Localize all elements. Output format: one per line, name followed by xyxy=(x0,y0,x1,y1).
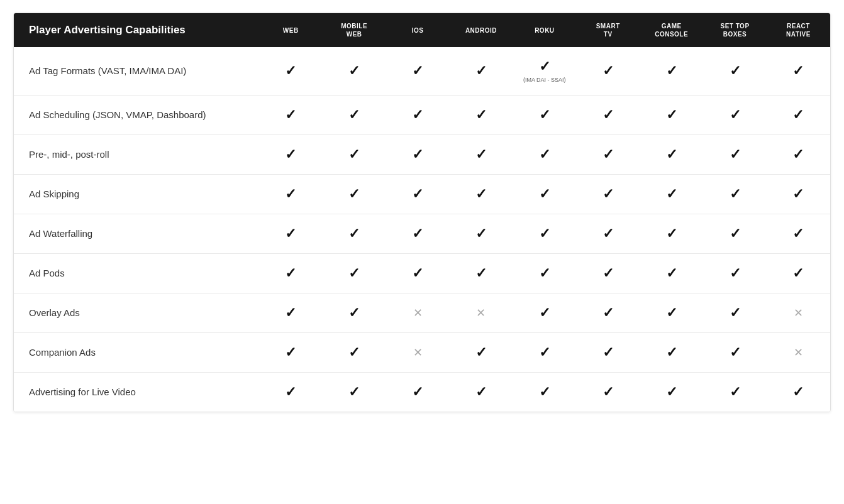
check-icon: ✓ xyxy=(348,63,360,79)
check-icon: ✓ xyxy=(539,146,550,163)
cell-set_top_boxes: ✓ xyxy=(703,332,767,372)
capabilities-table-wrapper: Player Advertising Capabilities WEB MOBI… xyxy=(13,13,831,412)
cross-icon: ✕ xyxy=(794,346,803,359)
cell-web: ✓ xyxy=(259,134,323,174)
cell-ios: ✕ xyxy=(386,332,450,372)
check-icon: ✓ xyxy=(792,146,804,163)
table-header-row: Player Advertising Capabilities WEB MOBI… xyxy=(14,13,830,47)
cell-web: ✓ xyxy=(259,332,323,372)
cell-note: (IMA DAI - SSAI) xyxy=(523,77,566,84)
cell-mobile_web: ✓ xyxy=(323,293,386,332)
cell-set_top_boxes: ✓ xyxy=(703,134,767,174)
table-row: Pre-, mid-, post-roll✓✓✓✓✓✓✓✓✓ xyxy=(14,134,830,174)
cell-mobile_web: ✓ xyxy=(323,134,386,174)
cell-react_native: ✓ xyxy=(767,214,830,253)
cell-ios: ✓ xyxy=(386,95,450,134)
check-icon: ✓ xyxy=(602,107,614,123)
check-icon: ✓ xyxy=(666,186,677,202)
feature-name-cell: Ad Scheduling (JSON, VMAP, Dashboard) xyxy=(14,95,259,134)
check-icon: ✓ xyxy=(348,265,360,282)
check-icon: ✓ xyxy=(602,63,614,79)
cell-smart_tv: ✓ xyxy=(576,95,640,134)
check-icon: ✓ xyxy=(412,63,423,79)
check-icon: ✓ xyxy=(602,265,614,282)
cell-ios: ✓ xyxy=(386,134,450,174)
cell-smart_tv: ✓ xyxy=(576,293,640,332)
check-icon: ✓ xyxy=(475,63,487,79)
cell-react_native: ✓ xyxy=(767,372,830,412)
cell-smart_tv: ✓ xyxy=(576,214,640,253)
cell-mobile_web: ✓ xyxy=(323,174,386,214)
cell-android: ✓ xyxy=(450,253,513,293)
cell-web: ✓ xyxy=(259,95,323,134)
cell-react_native: ✓ xyxy=(767,253,830,293)
feature-col-header: Player Advertising Capabilities xyxy=(14,13,259,47)
table-row: Ad Skipping✓✓✓✓✓✓✓✓✓ xyxy=(14,174,830,214)
check-icon: ✓ xyxy=(475,107,487,123)
check-icon: ✓ xyxy=(730,344,741,361)
cell-smart_tv: ✓ xyxy=(576,253,640,293)
cell-game_console: ✓ xyxy=(640,214,703,253)
table-row: Ad Pods✓✓✓✓✓✓✓✓✓ xyxy=(14,253,830,293)
check-icon: ✓ xyxy=(539,107,550,123)
check-icon: ✓ xyxy=(348,107,360,123)
table-row: Advertising for Live Video✓✓✓✓✓✓✓✓✓ xyxy=(14,372,830,412)
feature-name-cell: Advertising for Live Video xyxy=(14,372,259,412)
feature-name-cell: Ad Tag Formats (VAST, IMA/IMA DAI) xyxy=(14,47,259,95)
cell-ios: ✓ xyxy=(386,214,450,253)
cell-roku: ✓ xyxy=(513,214,576,253)
check-icon: ✓ xyxy=(348,344,360,361)
check-icon: ✓ xyxy=(792,384,804,400)
check-icon: ✓ xyxy=(666,146,677,163)
feature-name-cell: Overlay Ads xyxy=(14,293,259,332)
cell-android: ✕ xyxy=(450,293,513,332)
check-icon: ✓ xyxy=(285,146,296,163)
cell-game_console: ✓ xyxy=(640,253,703,293)
cell-smart_tv: ✓ xyxy=(576,134,640,174)
cell-mobile_web: ✓ xyxy=(323,253,386,293)
col-header-android: ANDROID xyxy=(450,13,513,47)
check-icon: ✓ xyxy=(666,305,677,321)
table-row: Overlay Ads✓✓✕✕✓✓✓✓✕ xyxy=(14,293,830,332)
cell-android: ✓ xyxy=(450,95,513,134)
check-icon: ✓ xyxy=(475,384,487,400)
cell-roku: ✓ xyxy=(513,372,576,412)
cell-mobile_web: ✓ xyxy=(323,214,386,253)
cell-set_top_boxes: ✓ xyxy=(703,214,767,253)
check-icon: ✓ xyxy=(666,344,677,361)
cell-set_top_boxes: ✓ xyxy=(703,293,767,332)
cell-game_console: ✓ xyxy=(640,332,703,372)
check-icon: ✓ xyxy=(792,186,804,202)
check-icon: ✓ xyxy=(730,265,741,282)
cell-set_top_boxes: ✓ xyxy=(703,95,767,134)
cell-react_native: ✓ xyxy=(767,47,830,95)
check-icon: ✓ xyxy=(285,265,296,282)
cell-set_top_boxes: ✓ xyxy=(703,372,767,412)
check-icon: ✓ xyxy=(666,63,677,79)
check-icon: ✓ xyxy=(666,265,677,282)
capabilities-table: Player Advertising Capabilities WEB MOBI… xyxy=(14,13,830,412)
check-icon: ✓ xyxy=(348,186,360,202)
cell-android: ✓ xyxy=(450,47,513,95)
cell-roku: ✓ xyxy=(513,253,576,293)
col-header-game-console: GAME CONSOLE xyxy=(640,13,703,47)
cell-mobile_web: ✓ xyxy=(323,372,386,412)
check-icon: ✓ xyxy=(412,384,423,400)
cell-roku: ✓(IMA DAI - SSAI) xyxy=(513,47,576,95)
cell-mobile_web: ✓ xyxy=(323,47,386,95)
cell-smart_tv: ✓ xyxy=(576,332,640,372)
cell-web: ✓ xyxy=(259,47,323,95)
cell-roku: ✓ xyxy=(513,174,576,214)
cell-react_native: ✓ xyxy=(767,174,830,214)
cell-roku: ✓ xyxy=(513,134,576,174)
check-icon: ✓ xyxy=(539,58,550,75)
table-row: Ad Scheduling (JSON, VMAP, Dashboard)✓✓✓… xyxy=(14,95,830,134)
check-icon: ✓ xyxy=(730,186,741,202)
check-icon: ✓ xyxy=(285,384,296,400)
cross-icon: ✕ xyxy=(413,306,423,320)
check-icon: ✓ xyxy=(730,305,741,321)
col-header-web: WEB xyxy=(259,13,323,47)
cell-set_top_boxes: ✓ xyxy=(703,253,767,293)
check-icon: ✓ xyxy=(475,344,487,361)
check-icon: ✓ xyxy=(348,384,360,400)
